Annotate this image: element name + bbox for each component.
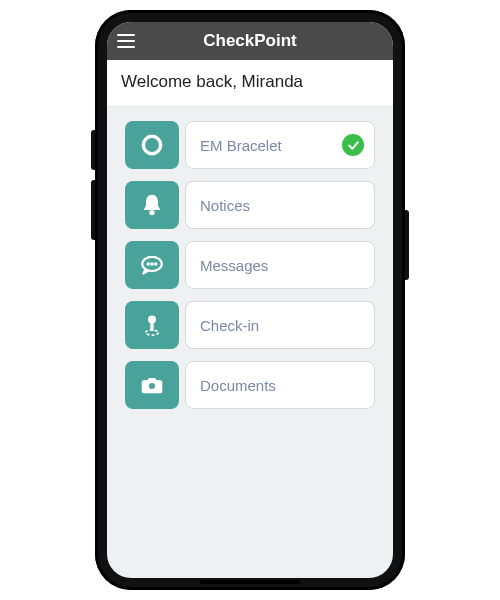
menu-item-notices[interactable]: Notices [125,181,375,229]
check-icon [347,139,360,152]
hamburger-icon [117,40,135,43]
menu-item-text: Check-in [200,317,259,334]
welcome-text: Welcome back, Miranda [107,60,393,107]
svg-point-5 [155,263,157,265]
svg-point-9 [148,383,155,390]
home-indicator [200,580,300,584]
menu-item-label: Check-in [185,301,375,349]
bell-icon [125,181,179,229]
menu-item-text: Notices [200,197,250,214]
menu-item-em-bracelet[interactable]: EM Bracelet [125,121,375,169]
screen: CheckPoint Welcome back, Miranda EM Brac… [107,22,393,578]
app-title: CheckPoint [107,31,393,51]
svg-rect-7 [151,322,153,331]
pin-icon [125,301,179,349]
menu-item-text: EM Bracelet [200,137,282,154]
svg-point-0 [143,136,160,153]
menu-item-label: Documents [185,361,375,409]
menu-item-label: Notices [185,181,375,229]
menu-item-messages[interactable]: Messages [125,241,375,289]
menu-item-label: EM Bracelet [185,121,375,169]
svg-point-4 [151,263,153,265]
svg-point-1 [150,210,154,214]
svg-point-8 [146,330,159,335]
status-ok-badge [342,134,364,156]
menu-button[interactable] [107,22,145,60]
circle-icon [125,121,179,169]
menu-list: EM Bracelet Notices [107,107,393,423]
phone-side-button [91,130,95,170]
menu-item-text: Messages [200,257,268,274]
menu-item-text: Documents [200,377,276,394]
menu-item-documents[interactable]: Documents [125,361,375,409]
camera-icon [125,361,179,409]
menu-item-check-in[interactable]: Check-in [125,301,375,349]
menu-item-label: Messages [185,241,375,289]
phone-side-button [405,210,409,280]
svg-point-3 [147,263,149,265]
chat-icon [125,241,179,289]
phone-side-button [91,180,95,240]
phone-frame: CheckPoint Welcome back, Miranda EM Brac… [95,10,405,590]
app-header: CheckPoint [107,22,393,60]
